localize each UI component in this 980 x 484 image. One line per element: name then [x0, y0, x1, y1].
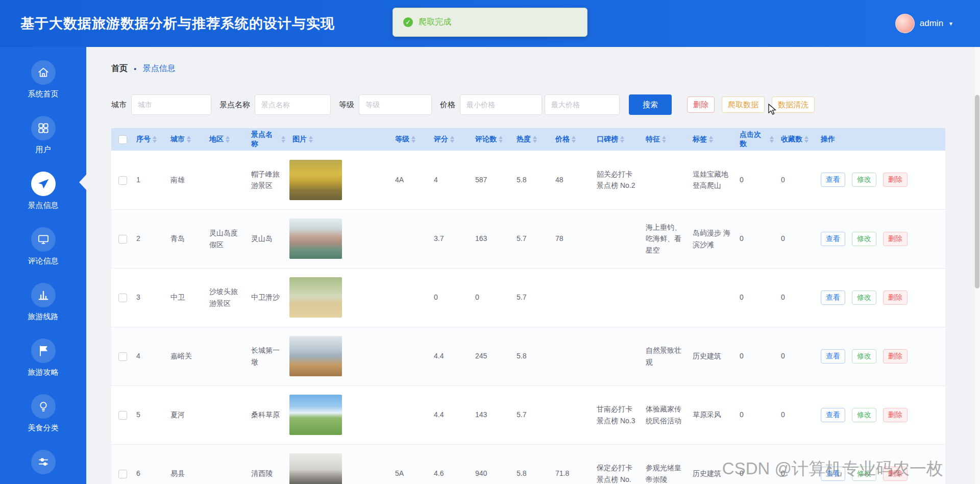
sidebar-item-scenic-info[interactable]: 景点信息 — [0, 162, 86, 218]
cell-district — [204, 444, 246, 484]
cell-no: 4 — [131, 327, 165, 385]
cell-name: 中卫滑沙 — [246, 268, 287, 327]
cell-checkbox — [111, 444, 131, 484]
sidebar-item-users[interactable]: 用户 — [0, 107, 86, 162]
price-label: 价格 — [440, 100, 455, 110]
delete-selected-button[interactable]: 删除 — [687, 96, 715, 113]
search-button[interactable]: 搜索 — [629, 94, 672, 115]
sort-icon[interactable] — [620, 136, 624, 143]
column-header[interactable]: 地区 — [204, 128, 246, 151]
crawl-data-button[interactable]: 爬取数据 — [722, 96, 765, 113]
edit-button[interactable]: 修改 — [852, 408, 876, 422]
sort-icon[interactable] — [709, 136, 713, 143]
row-checkbox[interactable] — [118, 176, 127, 185]
cell-tags — [688, 268, 734, 327]
column-header[interactable]: 等级 — [390, 128, 429, 151]
sort-icon[interactable] — [770, 136, 774, 143]
edit-button[interactable]: 修改 — [852, 291, 876, 305]
name-input[interactable] — [255, 94, 331, 115]
sort-icon[interactable] — [804, 136, 808, 143]
sidebar-item-partial[interactable] — [0, 441, 86, 484]
sort-icon[interactable] — [187, 136, 191, 143]
cell-checkbox — [111, 385, 131, 444]
sidebar-item-food[interactable]: 美食分类 — [0, 385, 86, 441]
row-checkbox[interactable] — [118, 294, 127, 302]
sort-icon[interactable] — [309, 136, 313, 143]
column-header[interactable]: 口碑榜 — [592, 128, 641, 151]
sort-icon[interactable] — [153, 136, 157, 143]
sort-icon[interactable] — [572, 136, 576, 143]
column-header[interactable]: 热度 — [511, 128, 550, 151]
cell-no: 6 — [131, 444, 165, 484]
column-header[interactable]: 操作 — [816, 128, 945, 151]
sidebar-item-routes[interactable]: 旅游线路 — [0, 274, 86, 329]
sort-icon[interactable] — [533, 136, 537, 143]
cell-price — [550, 385, 592, 444]
sidebar-item-comments[interactable]: 评论信息 — [0, 218, 86, 274]
view-button[interactable]: 查看 — [821, 173, 845, 187]
column-header[interactable]: 评分 — [429, 128, 470, 151]
sort-icon[interactable] — [411, 136, 415, 143]
edit-button[interactable]: 修改 — [852, 232, 876, 246]
delete-button[interactable]: 删除 — [883, 408, 908, 422]
breadcrumb-home[interactable]: 首页 — [111, 63, 128, 74]
column-header[interactable]: 价格 — [550, 128, 592, 151]
view-button[interactable]: 查看 — [821, 349, 845, 364]
delete-button[interactable]: 删除 — [883, 173, 908, 187]
cell-clicks: 0 — [734, 151, 776, 209]
column-header[interactable]: 序号 — [131, 128, 165, 151]
spot-image — [289, 395, 342, 435]
column-header[interactable]: 评论数 — [470, 128, 511, 151]
view-button[interactable]: 查看 — [821, 232, 845, 246]
row-checkbox[interactable] — [118, 411, 127, 420]
edit-button[interactable]: 修改 — [852, 173, 876, 187]
breadcrumb-current[interactable]: 景点信息 — [142, 63, 175, 74]
column-header[interactable]: 点击次数 — [734, 128, 776, 151]
cell-comments: 143 — [470, 385, 511, 444]
column-header[interactable]: 景点名称 — [246, 128, 287, 151]
column-header[interactable]: 标签 — [688, 128, 734, 151]
delete-button[interactable]: 删除 — [883, 232, 908, 246]
column-header[interactable]: 图片 — [287, 128, 390, 151]
scrollbar-thumb[interactable] — [975, 95, 979, 288]
min-price-input[interactable] — [460, 94, 542, 115]
user-menu[interactable]: admin ▼ — [895, 0, 953, 47]
cell-heat: 5.8 — [511, 151, 550, 209]
sort-icon[interactable] — [226, 136, 230, 143]
cell-level: 4A — [390, 151, 429, 209]
column-header[interactable]: 城市 — [165, 128, 204, 151]
delete-button[interactable]: 删除 — [883, 291, 908, 305]
sort-icon[interactable] — [281, 136, 285, 143]
max-price-input[interactable] — [545, 94, 620, 115]
row-checkbox[interactable] — [118, 235, 127, 244]
level-input[interactable] — [359, 94, 432, 115]
cell-rank — [592, 209, 641, 268]
view-button[interactable]: 查看 — [821, 408, 845, 422]
cell-checkbox — [111, 327, 131, 385]
delete-button[interactable]: 删除 — [883, 349, 908, 364]
city-input[interactable] — [131, 94, 211, 115]
sidebar-item-guides[interactable]: 旅游攻略 — [0, 329, 86, 385]
select-all-cell — [111, 128, 131, 151]
sidebar-item-home[interactable]: 系统首页 — [0, 51, 86, 107]
cell-level — [390, 327, 429, 385]
cell-city: 嘉峪关 — [165, 327, 204, 385]
edit-button[interactable]: 修改 — [852, 349, 876, 364]
cell-comments: 163 — [470, 209, 511, 268]
cell-heat: 5.8 — [511, 444, 550, 484]
column-header[interactable]: 收藏数 — [776, 128, 816, 151]
sort-icon[interactable] — [662, 136, 666, 143]
table-row: 4 嘉峪关 长城第一墩 4.4 245 5.8 自然景致壮观 历史建筑 0 0 … — [111, 327, 945, 385]
column-header[interactable]: 特征 — [641, 128, 688, 151]
grid-icon — [31, 116, 56, 140]
select-all-checkbox[interactable] — [118, 135, 127, 144]
cell-city: 南雄 — [165, 151, 204, 209]
row-checkbox[interactable] — [118, 352, 127, 361]
sort-icon[interactable] — [499, 136, 503, 143]
row-checkbox[interactable] — [118, 470, 127, 478]
cell-clicks: 0 — [734, 209, 776, 268]
view-button[interactable]: 查看 — [821, 291, 845, 305]
sort-icon[interactable] — [450, 136, 454, 143]
avatar[interactable] — [895, 14, 915, 33]
topbar: 基于大数据旅游数据分析与推荐系统的设计与实现 ✓ 爬取完成 admin ▼ — [0, 0, 980, 47]
